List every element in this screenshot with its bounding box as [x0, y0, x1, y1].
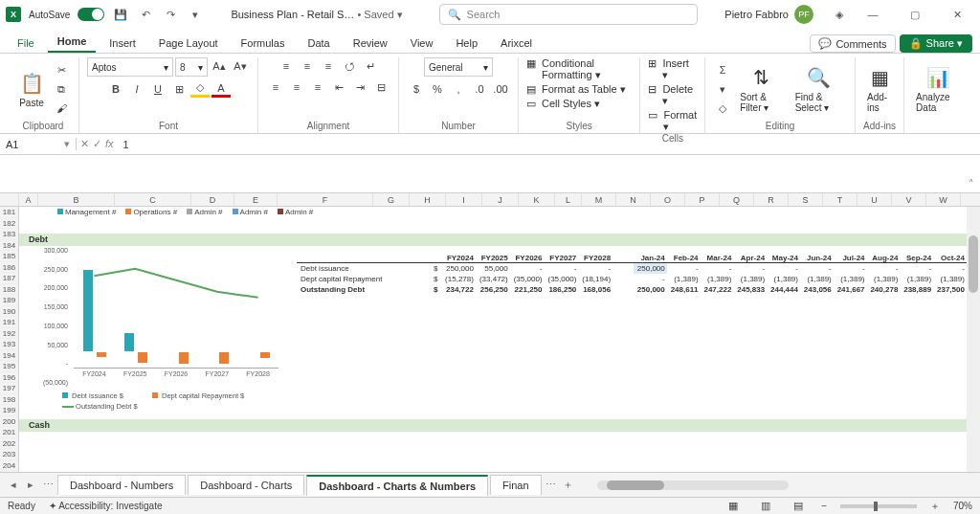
font-size-select[interactable]: 8▾ [175, 57, 208, 77]
tab-file[interactable]: File [8, 34, 44, 53]
tab-data[interactable]: Data [298, 34, 339, 53]
percent-icon[interactable]: % [428, 80, 447, 98]
close-icon[interactable]: ✕ [940, 1, 974, 28]
tab-page-layout[interactable]: Page Layout [149, 34, 228, 53]
analyze-data-button[interactable]: 📊Analyze Data [912, 63, 965, 115]
sheet-tab[interactable]: Dashboard - Numbers [57, 475, 186, 495]
tab-nav-next[interactable]: ▸ [23, 479, 38, 491]
maximize-icon[interactable]: ▢ [898, 1, 932, 28]
view-break-icon[interactable]: ▤ [789, 498, 808, 515]
group-label: Styles [526, 121, 632, 133]
font-name-select[interactable]: Aptos▾ [87, 57, 173, 77]
new-sheet-button[interactable]: ＋ [561, 478, 576, 492]
align-left-icon[interactable]: ≡ [266, 78, 285, 96]
fmt-table-button[interactable]: ▤ Format as Table ▾ [526, 83, 626, 96]
align-bot-icon[interactable]: ≡ [319, 57, 338, 75]
redo-icon[interactable]: ↷ [162, 6, 179, 23]
tab-home[interactable]: Home [48, 32, 97, 53]
formula-input[interactable]: 1 [118, 139, 980, 150]
view-normal-icon[interactable]: ▦ [724, 498, 743, 515]
number-format-select[interactable]: General▾ [424, 57, 493, 77]
cell-styles-button[interactable]: ▭ Cell Styles ▾ [526, 98, 600, 110]
delete-cells-button[interactable]: ⊟ Delete ▾ [648, 83, 697, 107]
tab-help[interactable]: Help [446, 34, 487, 53]
zoom-out-button[interactable]: − [821, 501, 827, 511]
name-box[interactable]: A1▾ [0, 138, 77, 150]
accessibility-status[interactable]: ✦ Accessibility: Investigate [49, 501, 163, 511]
inc-dec-icon[interactable]: .0 [470, 80, 489, 98]
collapse-fx-icon[interactable]: ˄ [969, 178, 974, 190]
comma-icon[interactable]: , [449, 80, 468, 98]
italic-button[interactable]: I [127, 80, 146, 98]
align-mid-icon[interactable]: ≡ [298, 57, 317, 75]
enter-fx-icon[interactable]: ✓ [93, 138, 101, 150]
grid-area[interactable]: Management #Operations #Admin #Admin #Ad… [19, 207, 967, 472]
tab-arixcel[interactable]: Arixcel [491, 34, 542, 53]
minimize-icon[interactable]: — [856, 1, 890, 28]
diamond-icon[interactable]: ◈ [831, 6, 848, 23]
tab-insert[interactable]: Insert [100, 34, 145, 53]
wrap-text-icon[interactable]: ↵ [361, 57, 380, 75]
currency-icon[interactable]: $ [407, 80, 426, 98]
indent-dec-icon[interactable]: ⇤ [329, 78, 348, 96]
sheet-tab[interactable]: Finan [490, 475, 542, 495]
tab-nav-overflow[interactable]: ⋯ [544, 479, 559, 491]
grow-font-icon[interactable]: A▴ [210, 57, 229, 75]
comments-button[interactable]: 💬 Comments [810, 34, 895, 53]
orientation-icon[interactable]: ⭯ [340, 57, 359, 75]
dec-dec-icon[interactable]: .00 [491, 80, 510, 98]
addins-button[interactable]: ▦Add-ins [863, 63, 896, 115]
align-center-icon[interactable]: ≡ [287, 78, 306, 96]
group-font: Aptos▾ 8▾ A▴ A▾ B I U ⊞ ◇ A Font [79, 57, 258, 133]
sheet-tab-active[interactable]: Dashboard - Charts & Numbers [306, 475, 488, 496]
align-right-icon[interactable]: ≡ [308, 78, 327, 96]
insert-cells-button[interactable]: ⊞ Insert ▾ [648, 57, 697, 81]
format-painter-icon[interactable]: 🖌 [52, 100, 71, 117]
zoom-slider[interactable] [840, 504, 917, 508]
horizontal-scrollbar[interactable] [597, 480, 789, 490]
zoom-in-button[interactable]: ＋ [930, 500, 940, 513]
cut-icon[interactable]: ✂ [52, 61, 71, 78]
tab-formulas[interactable]: Formulas [232, 34, 295, 53]
autosave-toggle[interactable] [78, 8, 104, 21]
font-color-icon[interactable]: A [212, 80, 231, 98]
autosum-icon[interactable]: Σ [713, 61, 732, 78]
copy-icon[interactable]: ⧉ [52, 80, 71, 98]
column-headers[interactable]: ABCDEFGHIJKLMNOPQRSTUVW [0, 193, 980, 207]
tab-nav-more[interactable]: ⋯ [40, 479, 56, 491]
align-top-icon[interactable]: ≡ [277, 57, 296, 75]
paste-button[interactable]: 📋Paste [15, 69, 48, 110]
format-cells-button[interactable]: ▭ Format ▾ [648, 109, 697, 133]
save-icon[interactable]: 💾 [112, 6, 129, 23]
fill-icon[interactable]: ▾ [713, 80, 732, 98]
view-layout-icon[interactable]: ▥ [756, 498, 775, 515]
undo-icon[interactable]: ↶ [137, 6, 154, 23]
tab-nav-prev[interactable]: ◂ [6, 479, 21, 491]
underline-button[interactable]: U [148, 80, 167, 98]
fx-icon[interactable]: fx [105, 138, 114, 150]
sheet-tab[interactable]: Dashboard - Charts [188, 475, 304, 495]
tab-review[interactable]: Review [344, 34, 397, 53]
zoom-level[interactable]: 70% [953, 501, 972, 511]
share-button[interactable]: 🔒 Share ▾ [900, 34, 972, 53]
account-button[interactable]: Pietro Fabbro PF [724, 5, 813, 24]
worksheet[interactable]: ABCDEFGHIJKLMNOPQRSTUVW 1811821831841851… [0, 193, 980, 472]
tab-view[interactable]: View [401, 34, 443, 53]
indent-inc-icon[interactable]: ⇥ [350, 78, 369, 96]
bold-button[interactable]: B [106, 80, 125, 98]
clear-icon[interactable]: ◇ [713, 100, 732, 117]
row-headers[interactable]: 1811821831841851861871881891901911921931… [0, 207, 19, 472]
cancel-fx-icon[interactable]: ✕ [80, 138, 89, 150]
search-input[interactable]: 🔍 Search [439, 4, 698, 25]
find-select-button[interactable]: 🔍Find & Select ▾ [791, 63, 847, 115]
shrink-font-icon[interactable]: A▾ [231, 57, 250, 75]
section-cash: Cash [19, 419, 967, 432]
vertical-scrollbar[interactable] [967, 207, 980, 472]
sort-filter-button[interactable]: ⇅Sort & Filter ▾ [736, 63, 787, 115]
status-bar: Ready ✦ Accessibility: Investigate ▦ ▥ ▤… [0, 497, 980, 514]
merge-icon[interactable]: ⊟ [371, 78, 390, 96]
fill-color-icon[interactable]: ◇ [190, 80, 210, 98]
cond-fmt-button[interactable]: ▦ Conditional Formatting ▾ [526, 57, 632, 81]
qat-overflow-icon[interactable]: ▾ [187, 6, 204, 23]
borders-icon[interactable]: ⊞ [169, 80, 189, 98]
